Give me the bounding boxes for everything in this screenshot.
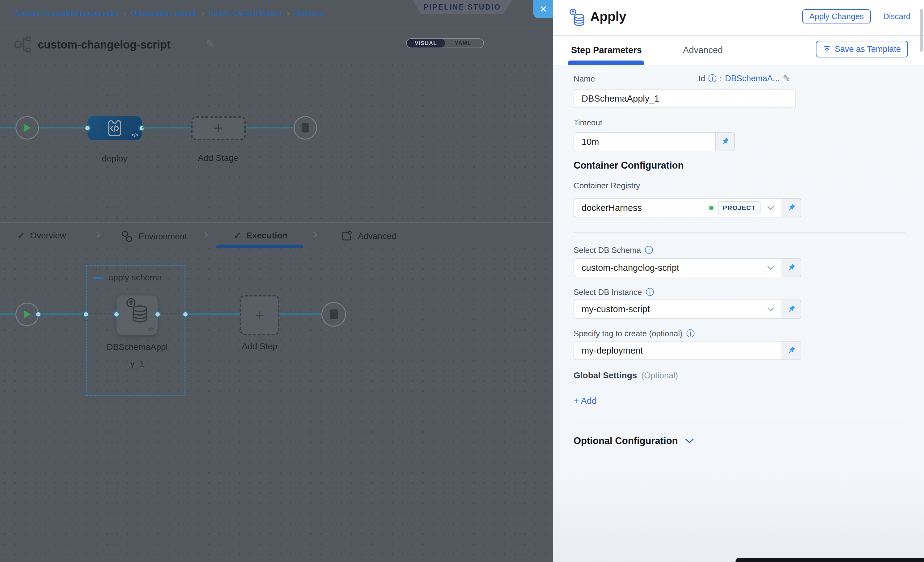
tab-overview[interactable]: ✓ Overview — [17, 230, 66, 241]
chevron-right-icon: › — [96, 227, 100, 241]
visual-toggle[interactable]: VISUAL — [406, 39, 445, 48]
pipeline-graph-icon — [14, 36, 32, 54]
connector-port — [182, 311, 189, 318]
check-icon: ✓ — [17, 230, 25, 241]
panel-title: Apply — [590, 9, 626, 24]
custom-stage-icon — [106, 119, 123, 137]
tab-environment[interactable]: Environment — [121, 230, 187, 243]
tab-advanced[interactable]: Advanced — [340, 230, 396, 242]
panel-scrollbar[interactable] — [920, 9, 923, 52]
container-registry-value: dockerHarness — [582, 203, 642, 213]
stage-card-deploy[interactable]: </> — [87, 116, 142, 140]
db-schema-select[interactable]: custom-changelog-script — [573, 258, 782, 277]
tab-execution[interactable]: ✓ Execution — [234, 230, 288, 241]
connector-line — [279, 314, 321, 315]
breadcrumb-project-link[interactable]: Project: Default Project — [209, 9, 282, 18]
yaml-toggle[interactable]: YAML — [445, 39, 481, 48]
view-mode-toggle: VISUAL YAML — [406, 38, 484, 48]
pipeline-end-node — [294, 116, 317, 140]
db-apply-step-icon — [126, 298, 149, 325]
tag-label-row: Specify tag to create (optional) ⓘ — [573, 328, 695, 339]
edit-title-icon[interactable]: ✎ — [206, 38, 215, 50]
db-schema-label: Select DB Schema — [573, 245, 641, 255]
info-icon[interactable]: ⓘ — [686, 328, 695, 339]
edit-id-icon[interactable]: ✎ — [783, 73, 790, 84]
db-schema-pin-button[interactable] — [782, 258, 801, 277]
tag-pin-button[interactable] — [782, 341, 801, 360]
group-collapse-button[interactable] — [94, 277, 103, 279]
global-settings-row: Global Settings (Optional) — [573, 371, 678, 380]
db-instance-value: my-custom-script — [582, 304, 650, 314]
container-registry-row: dockerHarness PROJECT — [573, 198, 801, 217]
chevron-down-icon — [767, 307, 774, 311]
chevron-down-icon — [767, 206, 774, 210]
breadcrumb-pipelines-link[interactable]: Pipelines — [294, 9, 323, 18]
id-label: Id — [698, 74, 705, 84]
container-registry-select[interactable]: dockerHarness PROJECT — [573, 198, 782, 217]
info-icon[interactable]: ⓘ — [708, 73, 717, 84]
plus-icon: + — [213, 119, 223, 138]
breadcrumb-org-link[interactable]: Organization: default — [131, 9, 196, 18]
optional-configuration-toggle[interactable]: Optional Configuration — [573, 435, 693, 447]
tab-label: Advanced — [358, 231, 396, 241]
connector-port — [84, 125, 91, 132]
stage-label: deploy — [84, 154, 146, 164]
db-schema-value: custom-changelog-script — [582, 263, 679, 273]
container-registry-pin-button[interactable] — [782, 198, 801, 217]
optional-configuration-label: Optional Configuration — [573, 435, 678, 447]
section-divider — [573, 232, 905, 233]
section-divider — [573, 422, 905, 422]
save-as-template-button[interactable]: Save as Template — [816, 41, 908, 57]
panel-body: Name Id ⓘ : DBSchemaA... ✎ Timeout — [553, 65, 924, 562]
connector-status-dot — [709, 206, 714, 210]
group-label: apply schema — [108, 273, 162, 282]
page-title: custom-changelog-script — [38, 38, 171, 51]
pipeline-title-bar: custom-changelog-script ✎ VISUAL YAML — [0, 28, 553, 60]
step-label-line2: y_1 — [97, 359, 177, 369]
step-label: DBSchemaAppl — [97, 342, 177, 352]
tab-step-parameters[interactable]: Step Parameters — [571, 45, 642, 55]
info-icon[interactable]: ⓘ — [645, 245, 653, 256]
tag-input[interactable] — [573, 341, 782, 360]
optional-label: (Optional) — [641, 371, 678, 380]
add-global-settings-button[interactable]: + Add — [573, 396, 597, 406]
execution-end-node — [321, 302, 346, 327]
connector-line — [39, 127, 87, 129]
connector-line — [0, 314, 15, 315]
advanced-icon — [340, 230, 353, 242]
db-schema-row: custom-changelog-script — [573, 258, 801, 277]
add-step-label: Add Step — [229, 342, 291, 351]
info-icon[interactable]: ⓘ — [646, 287, 654, 298]
id-separator: : — [720, 74, 722, 84]
active-tab-underline — [216, 245, 303, 248]
connector-dashed-line — [89, 313, 117, 314]
db-instance-select[interactable]: my-custom-script — [573, 299, 782, 319]
stage-tabs-bar: ✓ Overview › Environment › ✓ Execution ›… — [0, 222, 553, 248]
pipeline-start-node — [15, 116, 39, 140]
code-glyph: </> — [147, 326, 154, 333]
add-step-button[interactable]: + — [240, 295, 279, 335]
db-instance-label: Select DB Instance — [573, 287, 642, 297]
timeout-pin-button[interactable] — [716, 132, 735, 151]
step-card-dbschemaapply[interactable]: </> — [117, 296, 158, 335]
add-stage-button[interactable]: + — [191, 116, 246, 140]
close-panel-button[interactable]: ✕ — [533, 0, 553, 18]
connector-port — [82, 311, 89, 318]
apply-changes-button[interactable]: Apply Changes — [802, 9, 871, 24]
environment-icon — [121, 230, 134, 243]
db-schema-label-row: Select DB Schema ⓘ — [573, 245, 653, 256]
connector-port — [113, 311, 120, 318]
timeout-label: Timeout — [573, 118, 602, 127]
tab-advanced[interactable]: Advanced — [683, 45, 723, 55]
code-glyph: </> — [131, 132, 138, 138]
breadcrumb-bar: Account: kurosakiichigo.songoku › Organi… — [0, 0, 553, 28]
breadcrumb-chevron-icon: › — [201, 9, 204, 18]
step-id-value[interactable]: DBSchemaA... — [725, 74, 780, 84]
discard-button[interactable]: Discard — [883, 12, 910, 21]
breadcrumb-chevron-icon: › — [287, 9, 290, 18]
name-input[interactable] — [573, 89, 796, 108]
timeout-input[interactable] — [573, 132, 716, 151]
breadcrumb-account-link[interactable]: Account: kurosakiichigo.songoku — [15, 9, 118, 18]
pin-icon — [787, 346, 796, 355]
db-instance-pin-button[interactable] — [782, 299, 801, 319]
